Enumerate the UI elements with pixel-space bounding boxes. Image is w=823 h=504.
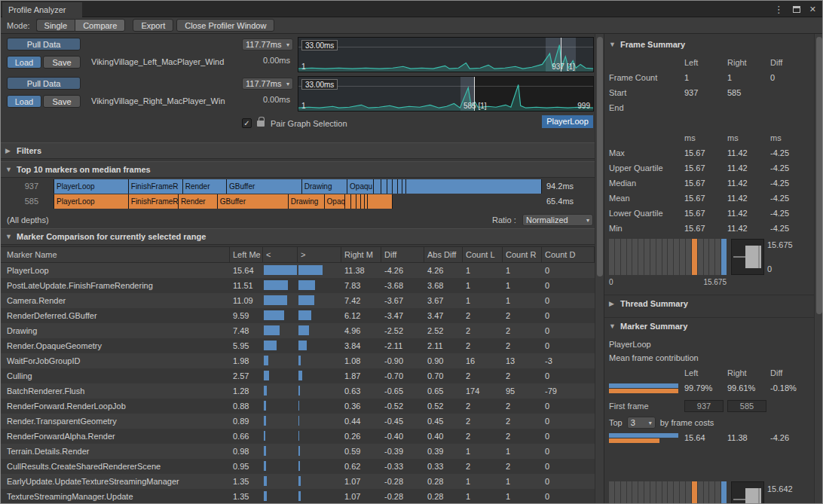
ratio-dropdown[interactable]: Normalized [522, 214, 593, 226]
save-button-right[interactable]: Save [43, 95, 81, 108]
marker-segment[interactable]: Drawing [289, 194, 325, 209]
cell-value: 15.67 [684, 224, 727, 233]
table-row[interactable]: TextureStreamingManager.Update1.351.07-0… [1, 489, 595, 504]
save-button-left[interactable]: Save [43, 56, 81, 69]
column-header-count-left[interactable]: Count L [463, 247, 503, 262]
right-bar-cell [298, 474, 341, 489]
mode-compare-button[interactable]: Compare [75, 19, 125, 32]
marker-segment[interactable]: FinishFrameR [129, 179, 183, 194]
marker-segment[interactable]: Render [183, 179, 227, 194]
table-row[interactable]: BatchRenderer.Flush1.280.63-0.650.651749… [1, 383, 595, 399]
marker-summary-column-header: LeftRightDiff [609, 365, 811, 380]
close-icon[interactable]: ✕ [809, 5, 816, 14]
thread-summary-header[interactable]: ▶ Thread Summary [609, 299, 688, 308]
table-row[interactable]: RenderForward.RenderLoopJob0.880.36-0.52… [1, 399, 595, 414]
comparison-section-header[interactable]: ▼ Marker Comparison for currently select… [1, 228, 595, 245]
marker-segment[interactable]: Opaqu [325, 194, 346, 209]
table-row[interactable]: Render.TransparentGeometry0.890.44-0.450… [1, 414, 595, 429]
marker-summary-header[interactable]: ▼ Marker Summary [609, 322, 687, 331]
right-median-value: 0.63 [341, 383, 381, 399]
cell-value: 937 [684, 88, 727, 97]
right-scrollbar[interactable] [814, 34, 822, 503]
table-row[interactable]: RenderForwardAlpha.Render0.660.26-0.400.… [1, 429, 595, 444]
marker-segment[interactable] [345, 194, 351, 209]
row-label: Start [609, 88, 684, 97]
marker-segment[interactable]: FinishFrameR [129, 194, 179, 209]
count-right-value: 1 [503, 444, 542, 459]
window-layout-icon[interactable] [793, 6, 800, 13]
top10-section-header[interactable]: ▼ Top 10 markers on median frames [1, 161, 595, 178]
count-diff-value: 0 [542, 489, 595, 504]
marker-segment[interactable]: Drawing [302, 179, 347, 194]
table-row[interactable]: EarlyUpdate.UpdateTextureStreamingManage… [1, 474, 595, 489]
right-scrollbar-thumb[interactable] [816, 37, 822, 314]
marker-segment[interactable]: Render [179, 194, 218, 209]
column-header-left-bar[interactable]: < [263, 247, 298, 262]
frame-number: 937 [1, 179, 54, 194]
column-header-right-median[interactable]: Right M [341, 247, 381, 262]
column-header-count-diff[interactable]: Count D [542, 247, 595, 262]
marker-segment[interactable]: GBuffer [227, 179, 302, 194]
table-row[interactable]: WaitForJobGroupID1.981.08-0.900.901613-3 [1, 353, 595, 368]
range-max-dropdown-left[interactable]: 117.77ms [242, 38, 293, 50]
lock-icon[interactable] [257, 121, 265, 127]
table-row[interactable]: Render.OpaqueGeometry5.953.84-2.112.1122… [1, 338, 595, 353]
pair-selection-checkbox[interactable]: ✓ [242, 118, 252, 128]
frame-time-graph-right[interactable]: 33.00ms 1 585 [1] 999 [298, 76, 594, 111]
mode-single-button[interactable]: Single [36, 19, 75, 32]
top-cost-row[interactable]: 15.64 11.38 -4.26 [609, 430, 811, 445]
marker-segment[interactable] [374, 179, 381, 194]
table-row[interactable]: Terrain.Details.Render0.980.59-0.390.391… [1, 444, 595, 459]
table-row[interactable]: RenderDeferred.GBuffer9.596.12-3.473.472… [1, 308, 595, 323]
marker-segment[interactable] [368, 194, 392, 209]
frame-time-graph-left[interactable]: 33.00ms 1 937 [1] [298, 37, 594, 72]
marker-segment[interactable] [387, 179, 393, 194]
column-header-abs-diff[interactable]: Abs Diff [424, 247, 463, 262]
first-frame-right-button[interactable]: 585 [727, 400, 766, 412]
marker-segment[interactable]: Opaqu [347, 179, 374, 194]
load-button-left[interactable]: Load [7, 56, 41, 69]
range-max-dropdown-right[interactable]: 117.77ms [242, 78, 293, 90]
marker-name: Render.TransparentGeometry [1, 414, 230, 429]
summary-pane: ▼ Frame Summary LeftRightDiff Frame Coun… [604, 34, 814, 504]
pull-data-button-right[interactable]: Pull Data [7, 77, 81, 90]
first-frame-left-button[interactable]: 937 [684, 400, 724, 412]
top-n-dropdown[interactable]: 3 [627, 417, 656, 429]
left-scrollbar-thumb[interactable] [597, 37, 603, 276]
marker-segment[interactable]: PlayerLoop [54, 194, 129, 209]
table-row[interactable]: PostLateUpdate.FinishFrameRendering11.51… [1, 278, 595, 293]
filters-section-header[interactable]: ▶ Filters [1, 142, 595, 159]
column-header-count-right[interactable]: Count R [503, 247, 542, 262]
count-diff-value: 0 [542, 263, 595, 278]
histogram-bar [632, 481, 638, 504]
column-header-right-bar[interactable]: > [298, 247, 341, 262]
cell-value: 15.67 [684, 194, 727, 203]
column-header-marker-name[interactable]: Marker Name [1, 247, 230, 262]
tab-profile-analyzer[interactable]: Profile Analyzer [2, 2, 82, 17]
marker-bar: PlayerLoopFinishFrameRRenderGBufferDrawi… [54, 194, 542, 209]
load-button-right[interactable]: Load [7, 95, 41, 108]
left-bar-cell [263, 293, 298, 308]
marker-segment[interactable] [406, 179, 542, 194]
table-row[interactable]: Drawing7.484.96-2.522.52220 [1, 323, 595, 338]
pull-data-button-left[interactable]: Pull Data [7, 38, 81, 50]
column-header-diff[interactable]: Diff [381, 247, 424, 262]
close-profiler-window-button[interactable]: Close Profiler Window [176, 19, 274, 32]
count-diff-value: 0 [542, 338, 595, 353]
table-row[interactable]: Culling2.571.87-0.700.70220 [1, 368, 595, 383]
export-button[interactable]: Export [133, 19, 173, 32]
right-bar-cell [298, 444, 341, 459]
table-row[interactable]: Camera.Render11.097.42-3.673.67110 [1, 293, 595, 308]
window-menu-icon[interactable]: ⋮ [774, 4, 784, 15]
table-row[interactable]: PlayerLoop15.6411.38-4.264.26110 [1, 263, 595, 278]
table-row[interactable]: CullResults.CreateSharedRendererScene0.9… [1, 459, 595, 474]
ratio-label: Ratio : [492, 213, 516, 227]
count-diff-value: 0 [542, 444, 595, 459]
frame-summary-header[interactable]: ▼ Frame Summary [609, 40, 685, 49]
left-scrollbar[interactable] [595, 34, 604, 503]
marker-segment[interactable]: PlayerLoop [54, 179, 129, 194]
column-header-left-median[interactable]: Left Me [230, 247, 263, 262]
marker-segment[interactable] [381, 179, 387, 194]
section-title: Filters [17, 146, 41, 155]
marker-segment[interactable]: GBuffer [218, 194, 289, 209]
